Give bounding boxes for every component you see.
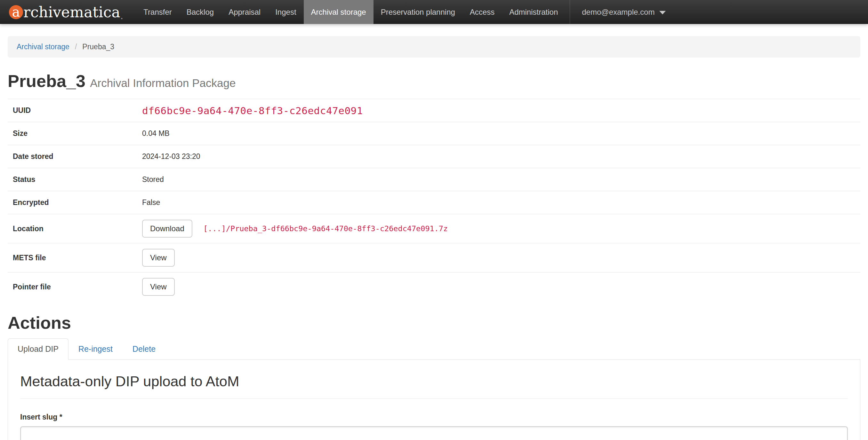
breadcrumb-link-archival-storage[interactable]: Archival storage: [17, 42, 69, 51]
table-row-encrypted: Encrypted False: [8, 191, 860, 214]
breadcrumb-current: Prueba_3: [82, 42, 114, 51]
row-label-pointer-file: Pointer file: [8, 272, 142, 302]
breadcrumb-separator: /: [75, 42, 77, 51]
table-row-mets-file: METS file View: [8, 243, 860, 272]
archivematica-logo[interactable]: archivematica.: [9, 0, 123, 24]
user-menu[interactable]: demo@example.com: [570, 0, 678, 24]
nav-item-ingest[interactable]: Ingest: [268, 0, 303, 24]
encrypted-value: False: [142, 198, 160, 207]
size-value: 0.04 MB: [142, 129, 169, 137]
download-button[interactable]: Download: [142, 220, 192, 238]
row-label-date-stored: Date stored: [8, 145, 142, 168]
top-navbar: archivematica. Transfer Backlog Appraisa…: [0, 0, 868, 24]
actions-tabs: Upload DIP Re-ingest Delete: [8, 338, 860, 360]
table-row-date-stored: Date stored 2024-12-03 23:20: [8, 145, 860, 168]
view-mets-button[interactable]: View: [142, 249, 175, 267]
row-label-mets-file: METS file: [8, 243, 142, 272]
breadcrumb: Archival storage / Prueba_3: [8, 36, 860, 58]
table-row-pointer-file: Pointer file View: [8, 272, 860, 302]
upload-dip-panel: Metadata-only DIP upload to AtoM Insert …: [8, 360, 860, 440]
user-email-label: demo@example.com: [582, 8, 654, 16]
logo-a-icon: a: [9, 5, 23, 19]
table-row-status: Status Stored: [8, 168, 860, 191]
nav-item-archival-storage[interactable]: Archival storage: [304, 0, 373, 24]
row-label-size: Size: [8, 122, 142, 145]
caret-down-icon: [659, 11, 666, 14]
nav-item-access[interactable]: Access: [463, 0, 502, 24]
insert-slug-input[interactable]: [20, 426, 848, 440]
row-label-encrypted: Encrypted: [8, 191, 142, 214]
table-row-size: Size 0.04 MB: [8, 122, 860, 145]
uuid-value: df66bc9e-9a64-470e-8ff3-c26edc47e091: [142, 105, 363, 116]
logo-text: rchivematica: [23, 3, 120, 21]
upload-form-heading: Metadata-only DIP upload to AtoM: [20, 373, 848, 390]
nav-item-appraisal[interactable]: Appraisal: [221, 0, 268, 24]
main-nav: Transfer Backlog Appraisal Ingest Archiv…: [136, 0, 565, 24]
row-label-status: Status: [8, 168, 142, 191]
page-title: Prueba_3Archival Information Package: [8, 72, 860, 90]
row-label-location: Location: [8, 214, 142, 243]
row-label-uuid: UUID: [8, 99, 142, 122]
tab-delete[interactable]: Delete: [123, 338, 165, 360]
table-row-location: Location Download [...]/Prueba_3-df66bc9…: [8, 214, 860, 243]
tab-re-ingest[interactable]: Re-ingest: [68, 338, 123, 360]
aip-details-table: UUID df66bc9e-9a64-470e-8ff3-c26edc47e09…: [8, 99, 860, 301]
actions-heading: Actions: [8, 313, 860, 333]
nav-item-backlog[interactable]: Backlog: [179, 0, 221, 24]
tab-upload-dip[interactable]: Upload DIP: [8, 338, 68, 360]
nav-item-transfer[interactable]: Transfer: [136, 0, 179, 24]
aip-name: Prueba_3: [8, 71, 86, 91]
table-row-uuid: UUID df66bc9e-9a64-470e-8ff3-c26edc47e09…: [8, 99, 860, 122]
date-stored-value: 2024-12-03 23:20: [142, 152, 200, 161]
view-pointer-button[interactable]: View: [142, 278, 175, 296]
insert-slug-label: Insert slug *: [20, 413, 848, 421]
status-value: Stored: [142, 175, 164, 183]
nav-item-administration[interactable]: Administration: [502, 0, 565, 24]
location-path: [...]/Prueba_3-df66bc9e-9a64-470e-8ff3-c…: [203, 224, 448, 233]
logo-dot: .: [120, 10, 124, 24]
nav-item-preservation-planning[interactable]: Preservation planning: [373, 0, 463, 24]
page-subtitle: Archival Information Package: [90, 77, 236, 89]
